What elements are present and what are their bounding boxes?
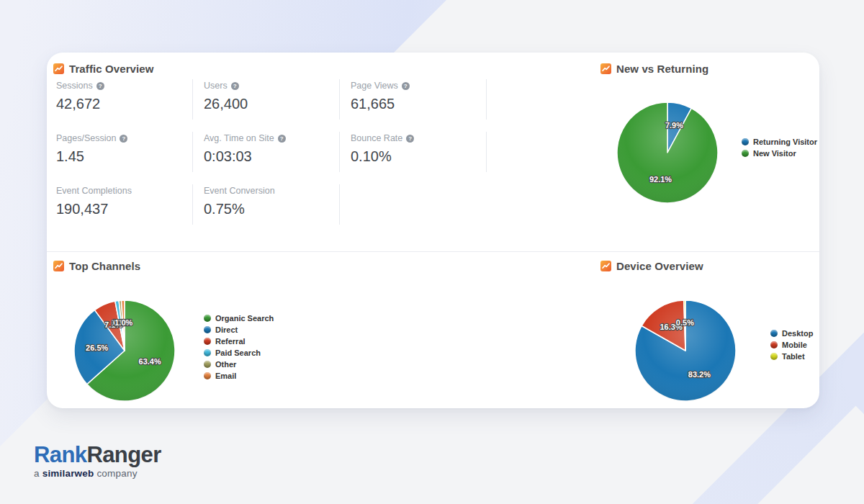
legend-label: New Visitor xyxy=(753,149,796,158)
metric-event-completions: Event Completions190,437 xyxy=(56,184,193,225)
legend-color-dot xyxy=(204,361,211,368)
legend-color-dot xyxy=(770,353,778,360)
top-channels-pie: 63.4%26.5%7.1%1.2%0.8%1.0% xyxy=(67,293,182,408)
legend-color-dot xyxy=(770,341,778,348)
help-icon[interactable]: ? xyxy=(96,82,104,90)
card-divider xyxy=(47,251,819,252)
pie-sheen-overlay xyxy=(617,102,718,203)
legend-item-email: Email xyxy=(204,370,274,382)
metric-value: 0:03:03 xyxy=(204,148,339,165)
dashboard-card: Traffic Overview New vs Returning Top Ch… xyxy=(47,53,819,408)
metric-bounce-rate: Bounce Rate?0.10% xyxy=(340,132,487,172)
rankranger-logo: RankRanger a similarweb company xyxy=(34,444,161,479)
top-channels-pie-chart: 63.4%26.5%7.1%1.2%0.8%1.0% xyxy=(67,293,182,408)
legend-label: Other xyxy=(215,360,236,369)
legend-color-dot xyxy=(204,349,211,356)
metric-users: Users?26,400 xyxy=(193,79,340,120)
legend-item-desktop: Desktop xyxy=(770,328,813,339)
trend-chart-icon xyxy=(53,63,64,74)
help-icon[interactable]: ? xyxy=(406,135,414,143)
logo-tagline: a similarweb company xyxy=(34,469,161,480)
pie-label-organic-search: 63.4% xyxy=(139,357,161,366)
new-vs-returning-header: New vs Returning xyxy=(600,63,708,75)
device-overview-pie-chart: 83.2%16.3%0.5% xyxy=(628,293,743,408)
legend-color-dot xyxy=(204,338,211,345)
metric-value: 190,437 xyxy=(56,200,192,217)
metric-page-views: Page Views?61,665 xyxy=(340,79,487,120)
legend-label: Referral xyxy=(215,337,246,346)
metric-label: Sessions xyxy=(56,81,93,91)
metric-label: Bounce Rate xyxy=(351,133,402,144)
traffic-metrics-grid: Sessions?42,672Users?26,400Page Views?61… xyxy=(56,79,487,225)
metric-pages-session: Pages/Session?1.45 xyxy=(56,132,193,172)
legend-item-referral: Referral xyxy=(204,336,274,347)
metric-label: Event Completions xyxy=(56,186,132,197)
dashboard-page: { "theme": { "background_base": "#f3f4f6… xyxy=(0,0,864,504)
device-overview-legend: DesktopMobileTablet xyxy=(770,328,813,362)
top-channels-header: Top Channels xyxy=(53,260,140,272)
section-title: Device Overview xyxy=(616,260,703,272)
top-channels-legend: Organic SearchDirectReferralPaid SearchO… xyxy=(204,312,274,382)
traffic-overview-header: Traffic Overview xyxy=(53,63,154,75)
pie-label-new-visitor: 92.1% xyxy=(649,175,672,184)
legend-color-dot xyxy=(742,138,749,145)
metric-value: 1.45 xyxy=(56,148,192,165)
logo-brand-text: RankRanger xyxy=(34,444,161,467)
logo-brand-part2: Ranger xyxy=(86,442,161,467)
pie-label-desktop: 83.2% xyxy=(688,370,711,379)
legend-color-dot xyxy=(742,150,749,157)
legend-item-organic-search: Organic Search xyxy=(204,312,274,324)
device-overview-header: Device Overview xyxy=(600,260,703,272)
legend-label: Mobile xyxy=(782,341,807,349)
legend-color-dot xyxy=(204,315,211,322)
tagline-suffix: company xyxy=(94,468,137,479)
pie-label-tablet: 0.5% xyxy=(676,318,694,327)
metric-avg-time-on-site: Avg. Time on Site?0:03:03 xyxy=(193,132,340,172)
metric-event-conversion: Event Conversion0.75% xyxy=(193,184,340,225)
legend-label: Direct xyxy=(215,325,238,334)
metric-sessions: Sessions?42,672 xyxy=(56,79,193,120)
metric-value: 0.75% xyxy=(204,200,339,217)
new-vs-returning-legend: Returning VisitorNew Visitor xyxy=(742,136,817,159)
legend-label: Paid Search xyxy=(215,348,261,357)
legend-label: Email xyxy=(215,372,236,380)
new-vs-returning-pie: 7.9%92.1% xyxy=(610,95,725,210)
legend-item-new-visitor: New Visitor xyxy=(742,148,817,159)
legend-color-dot xyxy=(770,330,778,337)
legend-item-other: Other xyxy=(204,359,274,370)
help-icon[interactable]: ? xyxy=(120,135,127,143)
tagline-prefix: a xyxy=(34,468,42,479)
metric-label: Page Views xyxy=(351,81,398,91)
pie-label-email: 1.0% xyxy=(114,318,132,327)
metric-value: 42,672 xyxy=(56,95,192,112)
metric-label: Users xyxy=(204,81,228,91)
metric-label: Avg. Time on Site xyxy=(204,133,274,144)
help-icon[interactable]: ? xyxy=(278,135,286,143)
metric-label: Pages/Session xyxy=(56,133,116,144)
legend-item-returning-visitor: Returning Visitor xyxy=(742,136,817,148)
legend-color-dot xyxy=(204,372,211,379)
new-vs-returning-pie-chart: 7.9%92.1% xyxy=(610,95,725,210)
pie-label-returning-visitor: 7.9% xyxy=(665,121,683,130)
trend-chart-icon xyxy=(600,63,611,74)
legend-item-mobile: Mobile xyxy=(770,339,813,351)
device-overview-pie: 83.2%16.3%0.5% xyxy=(628,293,743,408)
logo-brand-part1: Rank xyxy=(34,442,86,467)
legend-item-direct: Direct xyxy=(204,324,274,336)
help-icon[interactable]: ? xyxy=(402,82,410,90)
metric-label: Event Conversion xyxy=(204,186,275,197)
legend-label: Returning Visitor xyxy=(753,138,817,146)
metric-value: 61,665 xyxy=(351,95,486,112)
section-title: Traffic Overview xyxy=(69,63,154,75)
help-icon[interactable]: ? xyxy=(231,82,239,90)
legend-label: Desktop xyxy=(782,329,813,338)
metric-value: 26,400 xyxy=(204,95,339,112)
background-corner-shape xyxy=(824,222,864,504)
pie-label-direct: 26.5% xyxy=(86,343,108,352)
pie-sheen-overlay xyxy=(635,300,736,401)
section-title: Top Channels xyxy=(69,260,140,272)
trend-chart-icon xyxy=(600,261,611,271)
legend-label: Tablet xyxy=(782,352,805,361)
legend-item-paid-search: Paid Search xyxy=(204,347,274,359)
metric-value: 0.10% xyxy=(351,148,486,165)
